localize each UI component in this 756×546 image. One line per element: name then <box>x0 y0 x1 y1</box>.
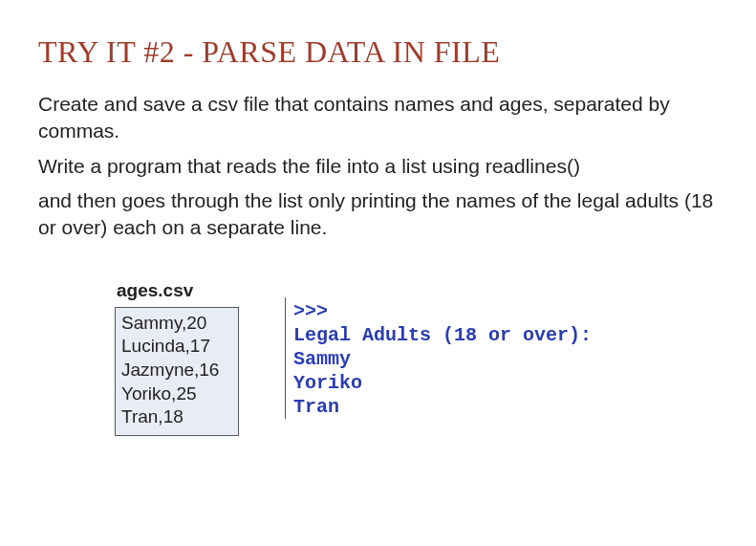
output-line: Legal Adults (18 or over): <box>293 323 592 347</box>
examples-section: ages.csv Sammy,20 Lucinda,17 Jazmyne,16 … <box>115 280 718 436</box>
output-line: Yoriko <box>293 371 592 395</box>
instruction-paragraph: and then goes through the list only prin… <box>38 187 718 242</box>
csv-row: Jazmyne,16 <box>121 359 230 382</box>
instruction-paragraph: Write a program that reads the file into… <box>38 153 718 180</box>
output-line: Sammy <box>293 347 592 371</box>
output-line: >>> <box>293 299 592 323</box>
csv-row: Sammy,20 <box>121 312 230 336</box>
program-output-block: >>> Legal Adults (18 or over): Sammy Yor… <box>285 297 592 419</box>
csv-row: Lucinda,17 <box>121 335 230 359</box>
page-title: TRY IT #2 - PARSE DATA IN FILE <box>38 34 718 70</box>
csv-filename-label: ages.csv <box>115 280 239 301</box>
csv-row: Yoriko,25 <box>121 382 230 406</box>
csv-file-block: ages.csv Sammy,20 Lucinda,17 Jazmyne,16 … <box>115 280 239 436</box>
csv-content-box: Sammy,20 Lucinda,17 Jazmyne,16 Yoriko,25… <box>115 307 239 436</box>
output-line: Tran <box>293 395 592 419</box>
instruction-paragraph: Create and save a csv file that contains… <box>38 91 718 145</box>
csv-row: Tran,18 <box>121 405 230 429</box>
instructions-block: Create and save a csv file that contains… <box>38 91 718 242</box>
